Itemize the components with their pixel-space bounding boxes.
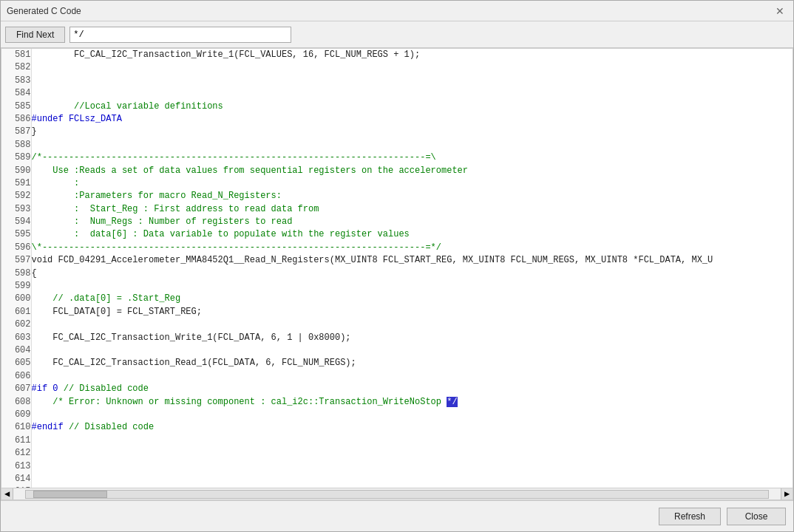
line-code	[31, 61, 793, 74]
line-code	[31, 318, 793, 331]
search-input[interactable]	[69, 27, 291, 43]
dialog-title: Generated C Code	[7, 6, 81, 16]
close-button[interactable]: Close	[727, 508, 786, 525]
table-row: 589/*-----------------------------------…	[1, 151, 793, 164]
table-row: 614	[1, 473, 793, 485]
table-row: 595 : data[6] : Data variable to populat…	[1, 228, 793, 241]
line-code: FCL_DATA[0] = FCL_START_REG;	[31, 306, 793, 318]
table-row: 603 FC_CAL_I2C_Transaction_Write_1(FCL_D…	[1, 332, 793, 344]
line-code: #if 0 // Disabled code	[31, 383, 793, 395]
line-number: 583	[1, 75, 31, 87]
line-code	[31, 409, 793, 421]
table-row: 598{	[1, 267, 793, 280]
table-row: 583	[1, 75, 793, 87]
line-number: 589	[1, 151, 31, 164]
line-code: :	[31, 177, 793, 190]
table-row: 593 : Start_Reg : First address to read …	[1, 203, 793, 216]
line-code	[31, 473, 793, 485]
table-row: 596\*-----------------------------------…	[1, 242, 793, 254]
table-row: 604	[1, 344, 793, 357]
line-number: 612	[1, 447, 31, 460]
line-code	[31, 447, 793, 460]
line-code	[31, 460, 793, 473]
line-number: 598	[1, 267, 31, 280]
table-row: 608 /* Error: Unknown or missing compone…	[1, 396, 793, 409]
line-number: 582	[1, 61, 31, 74]
line-code	[31, 139, 793, 151]
line-number: 611	[1, 434, 31, 447]
table-row: 590 Use :Reads a set of data values from…	[1, 165, 793, 177]
scroll-thumb[interactable]	[33, 491, 107, 498]
table-row: 597void FCD_04291_Accelerometer_MMA8452Q…	[1, 254, 793, 267]
table-row: 605 FC_CAL_I2C_Transaction_Read_1(FCL_DA…	[1, 357, 793, 369]
line-number: 604	[1, 344, 31, 357]
line-number: 601	[1, 306, 31, 318]
line-code: #undef FCLsz_DATA	[31, 113, 793, 126]
line-code	[31, 434, 793, 447]
table-row: 599	[1, 280, 793, 293]
code-area: 581 FC_CAL_I2C_Transaction_Write_1(FCL_V…	[1, 48, 793, 500]
line-code: :Parameters for macro Read_N_Registers:	[31, 190, 793, 202]
title-bar: Generated C Code ✕	[1, 1, 793, 21]
line-number: 594	[1, 216, 31, 228]
generated-c-code-dialog: Generated C Code ✕ Find Next 581 FC_CAL_…	[0, 0, 794, 532]
line-code: }	[31, 126, 793, 138]
line-number: 603	[1, 332, 31, 344]
line-number: 596	[1, 242, 31, 254]
line-number: 605	[1, 357, 31, 369]
table-row: 585 //Local variable definitions	[1, 100, 793, 113]
line-number: 584	[1, 87, 31, 100]
scroll-right-btn[interactable]: ▶	[781, 488, 793, 499]
table-row: 594 : Num_Regs : Number of registers to …	[1, 216, 793, 228]
table-row: 581 FC_CAL_I2C_Transaction_Write_1(FCL_V…	[1, 49, 793, 61]
line-code: FC_CAL_I2C_Transaction_Read_1(FCL_DATA, …	[31, 357, 793, 369]
line-code: Use :Reads a set of data values from seq…	[31, 165, 793, 177]
line-number: 586	[1, 113, 31, 126]
find-next-button[interactable]: Find Next	[5, 27, 65, 43]
table-row: 591 :	[1, 177, 793, 190]
table-row: 592 :Parameters for macro Read_N_Registe…	[1, 190, 793, 202]
table-row: 612	[1, 447, 793, 460]
line-code: : Num_Regs : Number of registers to read	[31, 216, 793, 228]
table-row: 582	[1, 61, 793, 74]
code-table: 581 FC_CAL_I2C_Transaction_Write_1(FCL_V…	[1, 49, 793, 488]
scroll-left-btn[interactable]: ◀	[1, 488, 13, 499]
line-number: 599	[1, 280, 31, 293]
line-code: {	[31, 267, 793, 280]
line-code: /* Error: Unknown or missing component :…	[31, 396, 793, 409]
line-number: 592	[1, 190, 31, 202]
line-code: : data[6] : Data variable to populate wi…	[31, 228, 793, 241]
line-number: 607	[1, 383, 31, 395]
table-row: 610#endif // Disabled code	[1, 421, 793, 434]
horizontal-scrollbar[interactable]: ◀ ▶	[1, 488, 793, 499]
table-row: 600 // .data[0] = .Start_Reg	[1, 293, 793, 305]
line-number: 588	[1, 139, 31, 151]
line-number: 609	[1, 409, 31, 421]
line-code	[31, 87, 793, 100]
table-row: 601 FCL_DATA[0] = FCL_START_REG;	[1, 306, 793, 318]
footer: Refresh Close	[1, 500, 793, 531]
line-number: 590	[1, 165, 31, 177]
scroll-track[interactable]	[25, 490, 769, 499]
table-row: 587}	[1, 126, 793, 138]
line-code	[31, 280, 793, 293]
line-code	[31, 370, 793, 383]
table-row: 584	[1, 87, 793, 100]
table-row: 586#undef FCLsz_DATA	[1, 113, 793, 126]
table-row: 588	[1, 139, 793, 151]
refresh-button[interactable]: Refresh	[659, 508, 721, 525]
table-row: 602	[1, 318, 793, 331]
code-scroll[interactable]: 581 FC_CAL_I2C_Transaction_Write_1(FCL_V…	[1, 49, 793, 488]
line-code: : Start_Reg : First address to read data…	[31, 203, 793, 216]
line-number: 600	[1, 293, 31, 305]
line-number: 585	[1, 100, 31, 113]
line-code: \*--------------------------------------…	[31, 242, 793, 254]
table-row: 606	[1, 370, 793, 383]
line-number: 608	[1, 396, 31, 409]
line-number: 606	[1, 370, 31, 383]
line-number: 587	[1, 126, 31, 138]
close-icon[interactable]: ✕	[773, 6, 787, 16]
table-row: 611	[1, 434, 793, 447]
line-number: 593	[1, 203, 31, 216]
line-code: //Local variable definitions	[31, 100, 793, 113]
